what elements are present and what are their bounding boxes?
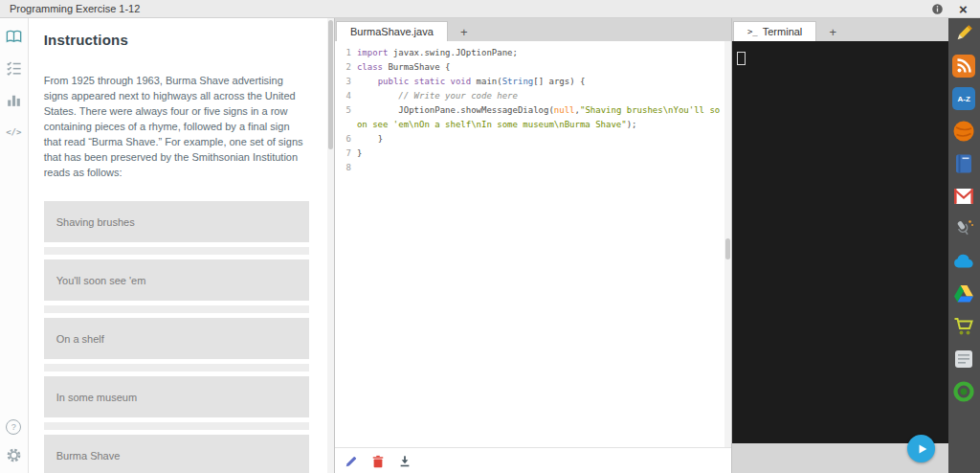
sign-item: Burma Shave <box>44 435 309 473</box>
app-title: Programming Exercise 1-12 <box>10 3 919 14</box>
terminal-cursor <box>737 52 746 65</box>
code-line[interactable]: 2class BurmaShave { <box>335 60 731 75</box>
editor-scrollbar[interactable] <box>724 41 731 447</box>
sign-post <box>44 305 309 313</box>
activity-bar: </> ? <box>0 18 29 473</box>
sign-item: In some museum <box>44 376 309 417</box>
rss-icon[interactable] <box>951 54 976 79</box>
dictionary-icon[interactable] <box>951 151 976 176</box>
code-lines: 1import javax.swing.JOptionPane;2class B… <box>335 41 731 175</box>
line-number: 4 <box>335 89 357 103</box>
editor-pane: BurmaShave.java + 1import javax.swing.JO… <box>334 18 731 473</box>
sign-post <box>44 422 309 430</box>
pencil-icon[interactable] <box>951 21 976 46</box>
firefox-icon[interactable] <box>951 119 976 144</box>
code-line[interactable]: 5 JOptionPane.showMessageDialog(null,"Sh… <box>335 103 731 132</box>
terminal-new-tab-button[interactable]: + <box>816 22 849 41</box>
editor-tab-label: BurmaShave.java <box>350 26 434 37</box>
settings-gear-icon[interactable] <box>5 446 23 464</box>
sign-item: On a shelf <box>44 318 309 359</box>
terminal-prompt-icon: >_ <box>747 27 758 36</box>
terminal-tab[interactable]: >_ Terminal <box>733 21 816 41</box>
sign-post <box>44 247 309 255</box>
code-line[interactable]: 8 <box>335 161 731 175</box>
editor-scrollbar-thumb[interactable] <box>725 238 730 259</box>
instructions-heading: Instructions <box>44 32 309 48</box>
line-number: 3 <box>335 75 357 89</box>
terminal-body[interactable] <box>732 41 948 443</box>
editor-toolbar <box>335 447 731 473</box>
editor-new-tab-button[interactable]: + <box>448 22 480 41</box>
cart-icon[interactable] <box>951 314 976 339</box>
line-number: 8 <box>335 161 357 175</box>
code-icon[interactable]: </> <box>5 123 23 141</box>
az-translate-icon[interactable]: A-Z <box>951 86 976 111</box>
terminal-pane: >_ Terminal + <box>731 18 948 473</box>
az-label: A-Z <box>952 87 975 110</box>
code-line[interactable]: 4 // Write your code here <box>335 89 731 103</box>
line-number: 1 <box>335 46 357 60</box>
terminal-tabstrip: >_ Terminal + <box>732 18 948 41</box>
line-number: 2 <box>335 60 357 75</box>
edit-pencil-icon[interactable] <box>345 455 358 468</box>
close-button[interactable]: × <box>956 2 970 16</box>
download-icon[interactable] <box>398 455 412 468</box>
play-icon <box>912 439 931 459</box>
sign-list: Shaving brushesYou'll soon see 'emOn a s… <box>44 201 309 473</box>
line-number: 5 <box>335 103 357 132</box>
checklist-icon[interactable] <box>5 59 23 78</box>
editor-tabstrip: BurmaShave.java + <box>335 18 731 41</box>
chrome-icon[interactable] <box>951 379 976 404</box>
instructions-scrollbar[interactable] <box>327 18 334 473</box>
code-line[interactable]: 3 public static void main(String[] args)… <box>335 75 731 89</box>
terminal-tab-label: Terminal <box>763 26 803 37</box>
instructions-panel: Instructions From 1925 through 1963, Bur… <box>29 18 334 473</box>
info-button[interactable] <box>930 2 945 16</box>
instructions-book-icon[interactable] <box>5 28 23 46</box>
app-dock: A-Z <box>948 18 980 473</box>
instructions-scrollbar-thumb[interactable] <box>328 20 333 149</box>
code-line[interactable]: 1import javax.swing.JOptionPane; <box>335 46 731 60</box>
info-icon <box>931 3 944 15</box>
code-line[interactable]: 6 } <box>335 132 731 146</box>
sign-post <box>44 364 309 372</box>
editor-tab[interactable]: BurmaShave.java <box>336 21 448 41</box>
help-icon[interactable]: ? <box>6 419 21 435</box>
delete-trash-icon[interactable] <box>371 455 385 468</box>
sign-item: Shaving brushes <box>44 201 309 242</box>
drive-icon[interactable] <box>951 282 976 306</box>
code-line[interactable]: 7} <box>335 146 731 161</box>
instructions-body: From 1925 through 1963, Burma Shave adve… <box>44 73 309 180</box>
line-number: 7 <box>335 146 357 161</box>
microphone-icon[interactable] <box>951 216 976 241</box>
sign-item: You'll soon see 'em <box>44 259 309 301</box>
mail-icon[interactable] <box>951 184 976 209</box>
code-editor[interactable]: 1import javax.swing.JOptionPane;2class B… <box>335 41 731 447</box>
progress-chart-icon[interactable] <box>5 91 23 109</box>
titlebar: Programming Exercise 1-12 × <box>0 0 980 18</box>
notes-icon[interactable] <box>951 347 976 372</box>
line-number: 6 <box>335 132 357 146</box>
run-button[interactable] <box>907 435 935 462</box>
cloud-icon[interactable] <box>951 249 976 274</box>
